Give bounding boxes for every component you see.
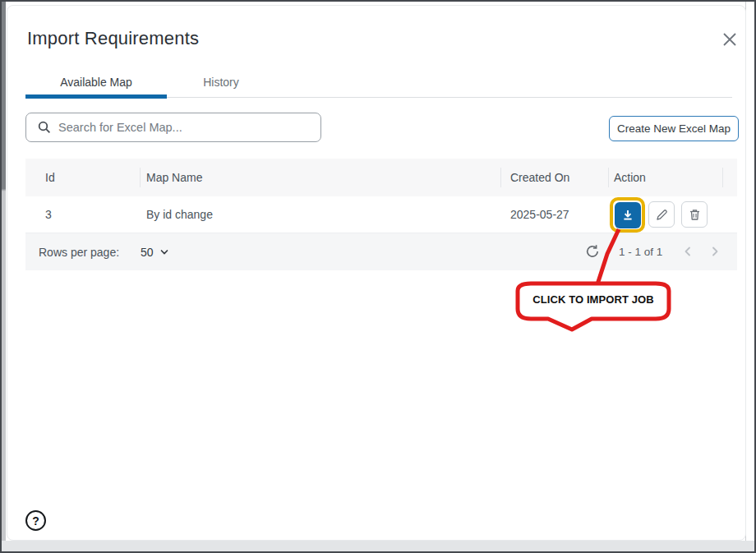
rows-per-page-label: Rows per page:	[39, 233, 119, 270]
previous-page-button[interactable]	[680, 244, 695, 259]
pagination-range-label: 1 - 1 of 1	[619, 233, 662, 270]
column-divider	[608, 168, 609, 187]
table-row: 3 By id change 2025-05-27	[25, 196, 737, 233]
delete-map-button[interactable]	[681, 201, 708, 228]
close-dialog-button[interactable]	[721, 30, 739, 48]
refresh-button[interactable]	[583, 242, 602, 260]
pagination-bar: Rows per page: 50 1 - 1 of 1	[25, 233, 737, 270]
cell-map-name: By id change	[146, 196, 213, 233]
create-new-excel-map-button[interactable]: Create New Excel Map	[609, 116, 739, 141]
download-icon	[621, 209, 634, 222]
import-job-button[interactable]	[615, 202, 641, 228]
chevron-down-icon	[159, 247, 169, 257]
close-icon	[722, 32, 737, 47]
rows-per-page-value: 50	[141, 246, 154, 259]
column-header-id: Id	[45, 159, 55, 196]
table-header-row: Id Map Name Created On Action	[25, 159, 737, 196]
column-header-created-on: Created On	[510, 159, 569, 196]
next-page-button[interactable]	[708, 244, 722, 259]
tab-history[interactable]: History	[167, 71, 275, 93]
cell-created-on: 2025-05-27	[510, 196, 569, 233]
search-input[interactable]	[58, 113, 314, 141]
search-icon	[38, 121, 51, 134]
chevron-right-icon	[709, 246, 721, 257]
column-divider	[500, 168, 501, 187]
tab-label: Available Map	[60, 76, 132, 89]
help-button[interactable]: ?	[25, 510, 46, 531]
tab-label: History	[203, 76, 239, 89]
excel-map-table: Id Map Name Created On Action 3 By id ch…	[25, 159, 737, 233]
refresh-icon	[584, 243, 601, 260]
pencil-icon	[656, 209, 668, 221]
rows-per-page-select[interactable]: 50	[141, 233, 169, 270]
column-header-action: Action	[614, 159, 646, 196]
column-header-map-name: Map Name	[146, 159, 202, 196]
dialog-title: Import Requirements	[27, 28, 199, 49]
chevron-left-icon	[682, 246, 694, 257]
column-divider	[722, 168, 723, 187]
import-requirements-dialog: Import Requirements Available Map Histor…	[7, 5, 746, 541]
edit-map-button[interactable]	[648, 201, 675, 228]
question-mark-icon: ?	[32, 514, 39, 528]
screenshot-frame: Import Requirements Available Map Histor…	[0, 0, 756, 553]
tab-available-map[interactable]: Available Map	[25, 71, 167, 93]
page-background-bottom	[2, 541, 754, 551]
import-button-highlight	[610, 197, 645, 233]
search-box	[25, 113, 321, 142]
cell-id: 3	[45, 196, 52, 233]
trash-icon	[689, 209, 701, 221]
active-tab-indicator	[25, 94, 167, 99]
page-left-scroll-strip	[2, 2, 6, 551]
column-divider	[140, 168, 141, 187]
